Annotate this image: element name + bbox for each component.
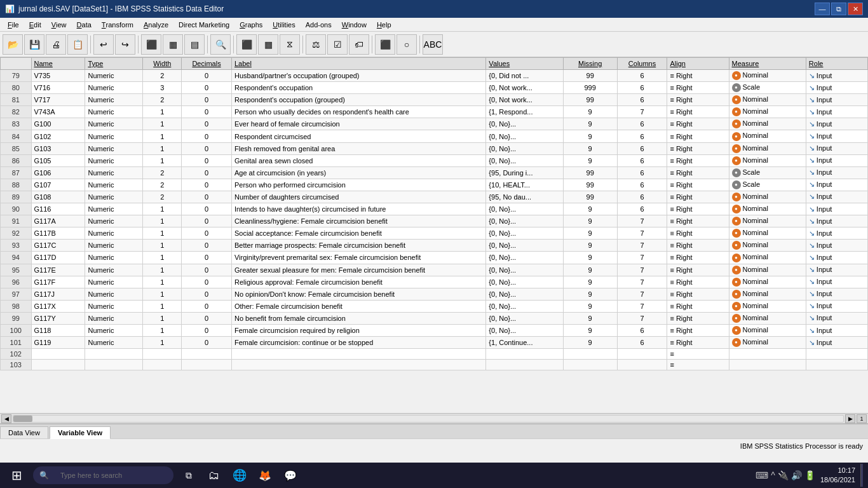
- table-row[interactable]: 94G117DNumeric10Virginity/prevent premar…: [1, 252, 868, 264]
- cell-name[interactable]: G107: [31, 179, 85, 191]
- cell-columns[interactable]: 6: [617, 179, 667, 191]
- cell-columns[interactable]: 7: [617, 215, 667, 227]
- cell-decimals[interactable]: 0: [182, 288, 232, 300]
- cell-width[interactable]: 2: [143, 70, 182, 82]
- header-type[interactable]: Type: [85, 58, 143, 70]
- cell-values[interactable]: {0, No}...: [486, 240, 563, 252]
- cell-measure[interactable]: ●Nominal: [729, 106, 806, 118]
- tab-data-view[interactable]: Data View: [0, 426, 48, 438]
- cell-decimals[interactable]: [182, 360, 232, 370]
- cell-type[interactable]: Numeric: [85, 215, 143, 227]
- cell-align[interactable]: ≡Right: [667, 337, 729, 349]
- cell-label[interactable]: Person who performed circumcision: [231, 179, 485, 191]
- cell-align[interactable]: ≡Right: [667, 179, 729, 191]
- cell-align[interactable]: ≡: [667, 349, 729, 360]
- cell-columns[interactable]: 6: [617, 142, 667, 154]
- cell-missing[interactable]: 99: [563, 179, 617, 191]
- cell-measure[interactable]: ●Nominal: [729, 70, 806, 82]
- cell-role[interactable]: ↘Input: [806, 240, 867, 252]
- cell-name[interactable]: G117D: [31, 252, 85, 264]
- cell-align[interactable]: ≡Right: [667, 252, 729, 264]
- cell-decimals[interactable]: [182, 349, 232, 360]
- cell-role[interactable]: ↘Input: [806, 227, 867, 240]
- cell-type[interactable]: Numeric: [85, 130, 143, 142]
- cell-decimals[interactable]: 0: [182, 240, 232, 252]
- cell-missing[interactable]: 999: [563, 82, 617, 94]
- undo-button[interactable]: ↩: [93, 34, 114, 55]
- cell-width[interactable]: 2: [143, 94, 182, 106]
- cell-label[interactable]: Respondent's occupation (grouped): [231, 94, 485, 106]
- cell-width[interactable]: 1: [143, 130, 182, 142]
- cell-values[interactable]: {95, No dau...: [486, 191, 563, 203]
- table-scroll-area[interactable]: Name Type Width Decimals Label Values Mi…: [0, 57, 868, 413]
- insert-cases-button[interactable]: ⬛: [236, 34, 257, 55]
- table-row[interactable]: 80V716Numeric30Respondent's occupation{0…: [1, 82, 868, 94]
- cell-role[interactable]: ↘Input: [806, 337, 867, 349]
- cell-label[interactable]: Ever heard of female circumcision: [231, 118, 485, 130]
- cell-columns[interactable]: 7: [617, 288, 667, 300]
- cell-decimals[interactable]: 0: [182, 264, 232, 276]
- cell-width[interactable]: 1: [143, 227, 182, 240]
- cell-missing[interactable]: [563, 360, 617, 370]
- cell-align[interactable]: ≡Right: [667, 82, 729, 94]
- cell-columns[interactable]: 6: [617, 324, 667, 336]
- cell-measure[interactable]: ●Nominal: [729, 203, 806, 215]
- cell-decimals[interactable]: 0: [182, 142, 232, 154]
- weight-button[interactable]: ⚖: [306, 34, 326, 55]
- cell-type[interactable]: Numeric: [85, 337, 143, 349]
- cell-align[interactable]: ≡Right: [667, 130, 729, 142]
- cell-type[interactable]: Numeric: [85, 106, 143, 118]
- cell-role[interactable]: ↘Input: [806, 82, 867, 94]
- cell-label[interactable]: Cleanliness/hygiene: Female circumcision…: [231, 215, 485, 227]
- cell-name[interactable]: G117X: [31, 300, 85, 312]
- cell-align[interactable]: ≡: [667, 360, 729, 370]
- cell-label[interactable]: Social acceptance: Female circumcision b…: [231, 227, 485, 240]
- cell-decimals[interactable]: 0: [182, 276, 232, 288]
- cell-align[interactable]: ≡Right: [667, 154, 729, 166]
- cell-values[interactable]: {1, Continue...: [486, 337, 563, 349]
- cell-columns[interactable]: 6: [617, 70, 667, 82]
- cell-role[interactable]: ↘Input: [806, 312, 867, 324]
- use-variable-sets-button[interactable]: ⬛: [375, 34, 395, 55]
- cell-values[interactable]: {0, No}...: [486, 130, 563, 142]
- cell-type[interactable]: [85, 360, 143, 370]
- cell-decimals[interactable]: 0: [182, 312, 232, 324]
- cell-missing[interactable]: 9: [563, 106, 617, 118]
- cell-measure[interactable]: ●Nominal: [729, 215, 806, 227]
- cell-width[interactable]: [143, 360, 182, 370]
- cell-columns[interactable]: 6: [617, 154, 667, 166]
- menu-edit[interactable]: Edit: [24, 18, 46, 31]
- variables-button[interactable]: ▤: [184, 34, 205, 55]
- cell-measure[interactable]: ●Nominal: [729, 324, 806, 336]
- cell-role[interactable]: ↘Input: [806, 300, 867, 312]
- cell-measure[interactable]: ●Nominal: [729, 252, 806, 264]
- table-row[interactable]: 91G117ANumeric10Cleanliness/hygiene: Fem…: [1, 215, 868, 227]
- cell-label[interactable]: Number of daughters circumcised: [231, 191, 485, 203]
- cell-measure[interactable]: [729, 360, 806, 370]
- tab-variable-view[interactable]: Variable View: [50, 426, 111, 439]
- cell-measure[interactable]: ●Nominal: [729, 264, 806, 276]
- close-button[interactable]: ✕: [848, 3, 863, 15]
- show-all-button[interactable]: ○: [397, 34, 417, 55]
- table-row[interactable]: 96G117FNumeric10Religious approval: Fema…: [1, 276, 868, 288]
- cell-values[interactable]: {0, No}...: [486, 118, 563, 130]
- cell-name[interactable]: G117C: [31, 240, 85, 252]
- table-row[interactable]: 79V735Numeric20Husband/partner's occupat…: [1, 70, 868, 82]
- cell-columns[interactable]: 7: [617, 300, 667, 312]
- cell-label[interactable]: No benefit from female circumcision: [231, 312, 485, 324]
- cell-measure[interactable]: ●Nominal: [729, 130, 806, 142]
- cell-name[interactable]: G106: [31, 166, 85, 179]
- cell-decimals[interactable]: 0: [182, 300, 232, 312]
- cell-type[interactable]: Numeric: [85, 179, 143, 191]
- cell-values[interactable]: {10, HEALT...: [486, 179, 563, 191]
- cell-name[interactable]: [31, 360, 85, 370]
- cell-name[interactable]: G116: [31, 203, 85, 215]
- cell-columns[interactable]: 6: [617, 82, 667, 94]
- cell-columns[interactable]: [617, 349, 667, 360]
- cell-type[interactable]: [85, 349, 143, 360]
- cell-decimals[interactable]: 0: [182, 203, 232, 215]
- menu-graphs[interactable]: Graphs: [234, 18, 268, 31]
- cell-type[interactable]: Numeric: [85, 264, 143, 276]
- cell-measure[interactable]: ●Nominal: [729, 191, 806, 203]
- cell-measure[interactable]: ●Nominal: [729, 288, 806, 300]
